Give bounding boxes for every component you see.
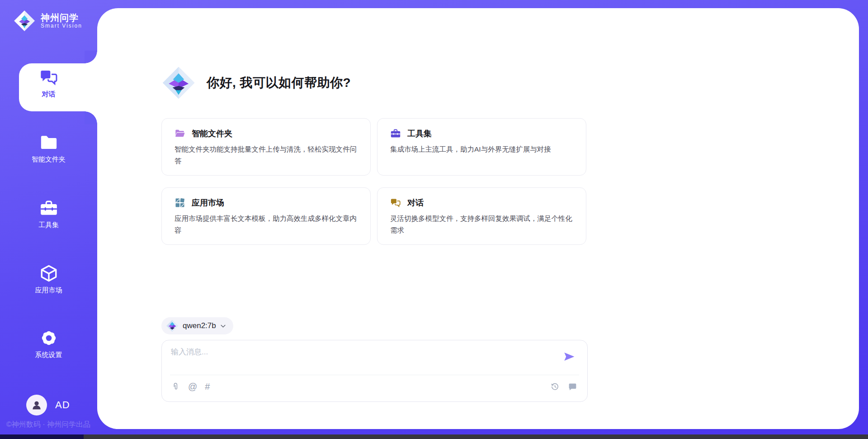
chat-icon: [39, 68, 58, 87]
sidebar-item-smart-folder[interactable]: 智能文件夹: [0, 133, 97, 164]
mention-icon[interactable]: @: [188, 382, 197, 391]
tab-fillet-top: [85, 51, 97, 63]
sidebar-item-label: 应用市场: [35, 286, 62, 295]
card-chat[interactable]: 对话 灵活切换多模型文件，支持多样回复效果调试，满足个性化需求: [377, 187, 586, 245]
avatar: [26, 395, 47, 415]
sidebar-item-settings[interactable]: 系统设置: [0, 329, 97, 359]
brand-subtitle: Smart Vision: [41, 23, 82, 29]
model-selector[interactable]: qwen2:7b: [161, 317, 233, 334]
brand-title: 神州问学: [41, 13, 82, 23]
card-description: 智能文件夹功能支持批量文件上传与清洗，轻松实现文件问答: [175, 143, 359, 167]
card-smart-folder[interactable]: 智能文件夹 智能文件夹功能支持批量文件上传与清洗，轻松实现文件问答: [161, 118, 371, 176]
greeting-title: 你好, 我可以如何帮助你?: [207, 74, 351, 91]
message-composer: @ #: [161, 340, 588, 402]
model-logo-icon: [166, 320, 179, 332]
sidebar: 神州问学 Smart Vision 对话 智能文件夹: [0, 0, 97, 434]
toolbox-icon: [39, 199, 58, 218]
card-title: 应用市场: [192, 197, 224, 208]
tab-fillet-bottom: [85, 111, 97, 124]
user-profile[interactable]: AD: [26, 395, 70, 415]
app-grid-icon: [175, 197, 185, 208]
gear-icon: [39, 329, 58, 348]
message-input[interactable]: [170, 346, 552, 373]
folder-open-icon: [175, 128, 185, 139]
card-description: 集成市场上主流工具，助力AI与外界无缝扩展与对接: [390, 143, 575, 155]
brand-logo: 神州问学 Smart Vision: [14, 10, 82, 32]
cube-icon: [39, 264, 58, 283]
sidebar-item-chat[interactable]: 对话: [0, 68, 97, 99]
model-name: qwen2:7b: [183, 321, 216, 330]
sidebar-item-label: 智能文件夹: [32, 155, 66, 164]
username: AD: [55, 399, 70, 411]
chat-icon: [390, 197, 401, 208]
sidebar-item-label: 对话: [42, 90, 56, 99]
card-title: 对话: [407, 197, 424, 208]
card-title: 工具集: [407, 128, 432, 139]
copyright-text: ©神州数码 · 神州问学出品: [6, 420, 90, 429]
attachment-icon[interactable]: [171, 382, 180, 391]
greeting: 你好, 我可以如何帮助你?: [161, 66, 351, 100]
card-toolset[interactable]: 工具集 集成市场上主流工具，助力AI与外界无缝扩展与对接: [377, 118, 586, 176]
card-app-market[interactable]: 应用市场 应用市场提供丰富长文本模板，助力高效生成多样化文章内容: [161, 187, 371, 245]
toolbox-icon: [390, 128, 401, 139]
greeting-logo-icon: [161, 66, 196, 100]
send-icon[interactable]: [563, 350, 576, 363]
history-icon[interactable]: [550, 382, 560, 391]
diamond-logo-icon: [14, 10, 35, 32]
chat-bubble-icon[interactable]: [568, 382, 577, 391]
card-description: 应用市场提供丰富长文本模板，助力高效生成多样化文章内容: [175, 213, 359, 236]
bottom-bar-left: [0, 434, 84, 439]
chevron-down-icon: [220, 323, 226, 329]
folder-icon: [39, 133, 58, 152]
sidebar-item-app-market[interactable]: 应用市场: [0, 264, 97, 295]
hashtag-icon[interactable]: #: [205, 382, 210, 391]
sidebar-item-label: 工具集: [38, 221, 59, 229]
bottom-bar: [0, 434, 868, 439]
sidebar-item-label: 系统设置: [35, 351, 62, 359]
card-description: 灵活切换多模型文件，支持多样回复效果调试，满足个性化需求: [390, 213, 575, 236]
composer-divider: [170, 375, 579, 375]
feature-cards: 智能文件夹 智能文件夹功能支持批量文件上传与清洗，轻松实现文件问答 工具集 集成…: [161, 118, 586, 245]
card-title: 智能文件夹: [192, 128, 232, 139]
sidebar-item-toolset[interactable]: 工具集: [0, 199, 97, 229]
app-window: 神州问学 Smart Vision 对话 智能文件夹: [0, 0, 868, 439]
